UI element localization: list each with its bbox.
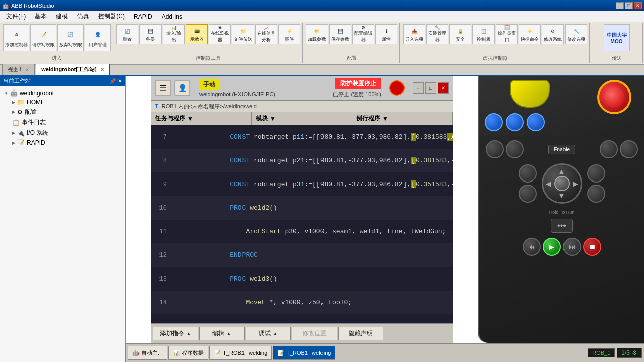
hide-decl-btn[interactable]: 隐藏声明: [338, 327, 383, 340]
teach-pendant-btn[interactable]: 📟 示教器: [186, 24, 208, 44]
sidebar-pin-btn[interactable]: 📌: [110, 78, 116, 84]
code-line-10[interactable]: 10 PROC weld2(): [151, 196, 453, 220]
tree-item-home[interactable]: ▶ 📁 HOME: [10, 98, 123, 107]
taskbar-trob1-welding1[interactable]: 📝 T_ROB1 welding: [209, 346, 272, 360]
code-line-9[interactable]: 9 CONST robtarget p31:=[[980.81,-377.03,…: [151, 172, 453, 196]
menu-modeling[interactable]: 建模: [52, 11, 72, 22]
left-btn-up[interactable]: [519, 164, 537, 183]
tree-item-rapid[interactable]: ▶ 📝 RAPID: [10, 138, 123, 147]
tree-item-eventlog[interactable]: 📋 事件日志: [10, 117, 123, 128]
pendant-btn-l1[interactable]: [486, 140, 504, 158]
close-pendant-btn[interactable]: ✕: [438, 82, 449, 94]
load-params-btn[interactable]: 📂 加载参数: [306, 24, 328, 44]
backup-btn[interactable]: 💾 备份: [139, 24, 162, 44]
next-btn[interactable]: ⏭: [563, 238, 581, 256]
control-panel-btn[interactable]: 📋 控制板: [472, 24, 495, 44]
pendant-btn-l2[interactable]: [506, 140, 524, 158]
online-monitor-btn[interactable]: 👁 在线监视器: [209, 24, 231, 44]
tree-item-weldingrobot[interactable]: ▼ 🤖 weldingrobot: [2, 88, 123, 98]
estop-button[interactable]: [597, 80, 631, 114]
menu-icon[interactable]: ☰: [155, 80, 171, 96]
user-mgmt-btn[interactable]: 👤 用户管理: [85, 24, 111, 51]
minimize-btn[interactable]: ─: [616, 2, 624, 9]
pendant-top-btn3[interactable]: [527, 113, 545, 131]
tree-item-config[interactable]: ▶ ⚙ 配置: [10, 107, 123, 117]
import-options-btn[interactable]: 📥 导入选项: [403, 24, 425, 44]
config-editor-btn[interactable]: ⚙ 配置编辑器: [352, 24, 374, 44]
add-controller-btn[interactable]: 🖥 添加控制器: [3, 24, 29, 51]
edit-btn[interactable]: 编辑 ▲: [199, 327, 245, 340]
col-tasks-dropdown[interactable]: ▼: [187, 115, 193, 122]
modify-system-btn[interactable]: ⚙ 修改系统: [542, 24, 564, 44]
reset-btn[interactable]: 🔄 重置: [116, 24, 138, 44]
sidebar-close-btn[interactable]: ✕: [118, 78, 122, 84]
add-instruction-btn[interactable]: 添加指令 ▲: [153, 327, 198, 340]
modify-pos-btn[interactable]: 修改位置: [292, 327, 337, 340]
shortcuts-btn[interactable]: ⚡ 快捷命令: [519, 24, 541, 44]
user-icon[interactable]: 👤: [174, 80, 190, 96]
taskbar-auto-main[interactable]: 🤖 自动主...: [128, 346, 167, 360]
code-line-14[interactable]: 14 MoveL *, v1000, z50, tool0;: [151, 291, 453, 314]
properties-btn[interactable]: ℹ 属性: [375, 24, 397, 44]
col-modules[interactable]: 模块 ▼: [252, 112, 352, 125]
teach-pendant-visual: Enable: [478, 76, 644, 343]
code-editor[interactable]: 7 CONST robtarget p11:=[[980.81,-377.03,…: [151, 125, 453, 323]
menu-addins[interactable]: Add-Ins: [157, 12, 186, 21]
debug-btn[interactable]: 调试 ▲: [246, 327, 291, 340]
code-line-11[interactable]: 11 ArcLStart p30, v1000, seam1, weld1, f…: [151, 220, 453, 243]
joystick[interactable]: ▲ ▼ ◀ ▶: [542, 163, 582, 204]
user-mgmt-icon: 👤: [91, 28, 105, 42]
request-write-btn[interactable]: 📝 请求写权限: [30, 24, 56, 51]
pendant-top-btn1[interactable]: [485, 113, 503, 131]
taskbar-program-data[interactable]: 📊 程序数据: [168, 346, 208, 360]
tab-view1-close[interactable]: ✕: [25, 67, 29, 72]
enable-button[interactable]: Enable: [548, 145, 575, 154]
stop-play-btn[interactable]: ⏹: [583, 238, 601, 256]
menu-controller[interactable]: 控制器(C): [94, 11, 129, 22]
maximize-pendant-btn[interactable]: □: [425, 82, 436, 94]
menu-simulation[interactable]: 仿真: [73, 11, 93, 22]
tree-item-io[interactable]: ▶ 🔌 I/O 系统: [10, 128, 123, 138]
right-btn-up[interactable]: [587, 164, 605, 183]
col-modules-dropdown[interactable]: ▼: [270, 115, 276, 122]
prev-btn[interactable]: ⏮: [523, 238, 541, 256]
code-line-12[interactable]: 12 ENDPROC: [151, 243, 453, 267]
save-params-btn[interactable]: 💾 保存参数: [329, 24, 351, 44]
maximize-btn[interactable]: □: [625, 2, 633, 9]
tab-view1[interactable]: 视图1 ✕: [2, 64, 35, 75]
release-write-btn[interactable]: 🔄 放弃写权限: [57, 24, 84, 51]
events-btn[interactable]: ⚡ 事件: [278, 24, 300, 44]
pendant-btn-r1[interactable]: [600, 140, 618, 158]
pendant-btn-r2[interactable]: [620, 140, 638, 158]
left-btn-down[interactable]: [519, 185, 537, 203]
signal-analyzer-btn[interactable]: 📈 在线信号分析: [255, 24, 277, 44]
operator-window-btn[interactable]: 🪟 操作员窗口: [496, 24, 518, 44]
tree-area: ▼ 🤖 weldingrobot ▶ 📁 HOME ▶ ⚙ 配置 📋 事件日志: [0, 86, 125, 362]
code-line-13[interactable]: 13 PROC weld3(): [151, 267, 453, 291]
menu-file[interactable]: 文件(F): [2, 11, 30, 22]
code-line-8[interactable]: 8 CONST robtarget p21:=[[980.81,-377.03,…: [151, 149, 453, 172]
minimize-pendant-btn[interactable]: ─: [413, 82, 424, 94]
menu-basic[interactable]: 基本: [31, 11, 51, 22]
dots-btn[interactable]: •••: [551, 219, 573, 233]
io-btn[interactable]: 📊 输入/输出: [163, 24, 185, 44]
install-mgr-btn[interactable]: 🔧 安装管理器: [426, 24, 448, 44]
right-btn-down[interactable]: [587, 185, 605, 203]
file-transfer-btn[interactable]: 📁 文件传送: [232, 24, 254, 44]
menu-rapid[interactable]: RAPID: [130, 12, 156, 21]
tab-weldingrobot[interactable]: weldingrobot[工作站] ✕: [36, 64, 109, 75]
play-btn[interactable]: ▶: [543, 238, 561, 256]
code-line-15[interactable]: 15 ArcLStart p1, v1000, seam1, weld1, fi…: [151, 314, 453, 323]
col-tasks[interactable]: 任务与程序 ▼: [151, 112, 252, 125]
taskbar-trob1-welding2[interactable]: 📝 T_ROB1 welding: [273, 346, 335, 360]
tab-weldingrobot-close[interactable]: ✕: [100, 67, 104, 72]
mooc-btn[interactable]: 中国大字MOO: [604, 24, 630, 51]
col-routines[interactable]: 例行程序 ▼: [352, 112, 453, 125]
security-btn[interactable]: 🔒 安全: [449, 24, 471, 44]
dots-btn-area: •••: [484, 219, 640, 233]
code-line-7[interactable]: 7 CONST robtarget p11:=[[980.81,-377.03,…: [151, 125, 453, 149]
modify-options-btn[interactable]: 🔧 修改选项: [565, 24, 587, 44]
pendant-top-btn2[interactable]: [506, 113, 524, 131]
col-routines-dropdown[interactable]: ▼: [382, 115, 388, 122]
close-btn[interactable]: ✕: [634, 2, 642, 9]
